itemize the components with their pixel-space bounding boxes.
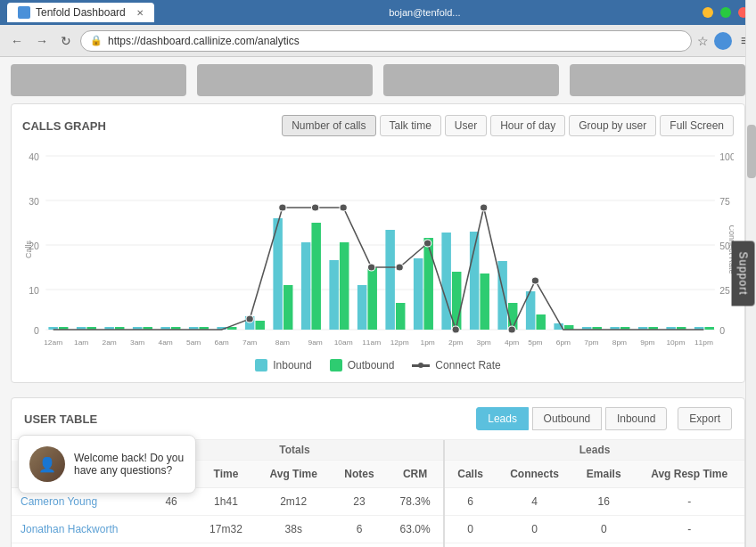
col-avg-resp-time: Avg Resp Time bbox=[634, 461, 744, 488]
row-emails: 0 bbox=[573, 516, 634, 543]
svg-point-71 bbox=[423, 240, 431, 247]
row-crm: 63.0% bbox=[387, 516, 444, 543]
svg-text:100: 100 bbox=[719, 152, 734, 162]
chart-btn-group: Number of calls Talk time User Hour of d… bbox=[282, 115, 734, 136]
svg-rect-37 bbox=[329, 260, 339, 330]
chat-popup: 👤 Welcome back! Do you have any question… bbox=[18, 435, 196, 494]
svg-rect-48 bbox=[480, 274, 489, 330]
scrollbar-thumb[interactable] bbox=[747, 125, 756, 178]
user-btn[interactable]: User bbox=[445, 115, 487, 136]
outbound-tab[interactable]: Outbound bbox=[532, 407, 603, 430]
number-of-calls-btn[interactable]: Number of calls bbox=[282, 115, 375, 136]
svg-point-74 bbox=[508, 326, 515, 333]
svg-text:0: 0 bbox=[34, 326, 39, 336]
svg-text:2pm: 2pm bbox=[448, 339, 463, 347]
calls-graph-section: CALLS GRAPH Number of calls Talk time Us… bbox=[11, 103, 745, 383]
outbound-color bbox=[330, 359, 342, 371]
svg-text:10pm: 10pm bbox=[666, 339, 685, 347]
svg-text:9am: 9am bbox=[308, 339, 322, 347]
row-avg-resp-time: - bbox=[634, 488, 744, 516]
svg-text:8pm: 8pm bbox=[612, 339, 627, 347]
svg-point-66 bbox=[279, 204, 286, 211]
svg-text:30: 30 bbox=[29, 197, 39, 207]
outbound-label: Outbound bbox=[348, 359, 395, 371]
svg-rect-40 bbox=[367, 267, 377, 330]
row-notes: 23 bbox=[332, 488, 387, 516]
legend-inbound: Inbound bbox=[255, 359, 311, 371]
svg-text:6pm: 6pm bbox=[556, 339, 571, 347]
stat-card-2 bbox=[197, 64, 373, 96]
svg-text:3am: 3am bbox=[130, 339, 144, 347]
svg-text:1am: 1am bbox=[74, 339, 88, 347]
user-link[interactable]: Cameron Young bbox=[21, 495, 97, 508]
maximize-btn[interactable] bbox=[720, 7, 731, 18]
svg-text:6am: 6am bbox=[214, 339, 228, 347]
back-button[interactable]: ← bbox=[7, 32, 27, 50]
legend-connect-rate: Connect Rate bbox=[412, 359, 500, 371]
row-time: 3m51 bbox=[196, 543, 255, 548]
chat-message: Welcome back! Do you have any questions? bbox=[74, 452, 185, 477]
svg-text:2am: 2am bbox=[102, 339, 116, 347]
hour-of-day-btn[interactable]: Hour of day bbox=[490, 115, 565, 136]
svg-text:8am: 8am bbox=[275, 339, 290, 347]
user-link[interactable]: Jonathan Hackworth bbox=[21, 523, 118, 535]
svg-text:75: 75 bbox=[719, 197, 730, 207]
row-leads-calls: 0 bbox=[444, 543, 496, 548]
col-leads-calls: Calls bbox=[444, 461, 496, 488]
svg-text:40: 40 bbox=[29, 152, 39, 162]
tab-close-icon[interactable]: ✕ bbox=[136, 8, 144, 18]
row-avg-resp-time: - bbox=[634, 543, 744, 548]
row-crm: 78.3% bbox=[387, 488, 444, 516]
row-avg-time: 38s bbox=[255, 516, 331, 543]
svg-point-73 bbox=[480, 204, 487, 211]
export-btn[interactable]: Export bbox=[678, 407, 732, 430]
row-crm: 84.0% bbox=[387, 543, 444, 548]
bookmark-icon[interactable]: ☆ bbox=[697, 34, 709, 48]
group-by-user-btn[interactable]: Group by user bbox=[569, 115, 656, 136]
row-leads-calls: 6 bbox=[444, 488, 496, 516]
full-screen-btn[interactable]: Full Screen bbox=[660, 115, 734, 136]
row-name[interactable] bbox=[12, 543, 146, 548]
col-notes: Notes bbox=[332, 461, 387, 488]
svg-rect-50 bbox=[508, 303, 518, 330]
support-button[interactable]: Support bbox=[731, 241, 754, 306]
svg-rect-41 bbox=[385, 230, 395, 330]
svg-rect-39 bbox=[357, 285, 367, 330]
avatar-inner: 👤 bbox=[29, 446, 65, 482]
col-connects: Connects bbox=[496, 461, 573, 488]
row-emails: 0 bbox=[573, 543, 634, 548]
user-table-title: USER TABLE bbox=[24, 412, 469, 426]
col-emails: Emails bbox=[573, 461, 634, 488]
row-name[interactable]: Jonathan Hackworth bbox=[12, 516, 146, 543]
table-tab-group: Leads Outbound Inbound bbox=[476, 407, 667, 430]
address-bar[interactable]: 🔒 https://dashboard.callinize.com/analyt… bbox=[80, 30, 692, 52]
row-avg-resp-time: - bbox=[634, 516, 744, 543]
svg-text:11am: 11am bbox=[362, 339, 381, 347]
browser-tab[interactable]: Tenfold Dashboard ✕ bbox=[7, 3, 154, 22]
row-emails: 16 bbox=[573, 488, 634, 516]
reload-button[interactable]: ↻ bbox=[57, 32, 75, 50]
inbound-color bbox=[255, 359, 267, 371]
minimize-btn[interactable] bbox=[703, 7, 713, 18]
talk-time-btn[interactable]: Talk time bbox=[380, 115, 441, 136]
col-time: Time bbox=[196, 461, 255, 488]
svg-text:1pm: 1pm bbox=[420, 339, 434, 347]
inbound-tab[interactable]: Inbound bbox=[605, 407, 667, 430]
svg-text:9pm: 9pm bbox=[640, 339, 654, 347]
row-calls bbox=[146, 543, 197, 548]
row-calls bbox=[146, 516, 197, 543]
legend-outbound: Outbound bbox=[330, 359, 395, 371]
svg-text:4pm: 4pm bbox=[505, 339, 519, 347]
svg-text:10: 10 bbox=[29, 286, 39, 296]
row-avg-time: 2m12 bbox=[255, 488, 331, 516]
user-email: bojan@tenfold... bbox=[389, 7, 460, 18]
svg-rect-42 bbox=[396, 303, 406, 330]
svg-text:5pm: 5pm bbox=[528, 339, 542, 347]
chart-svg: 40 30 20 10 0 Calls 100 75 50 25 0 Conne… bbox=[22, 147, 734, 352]
leads-tab[interactable]: Leads bbox=[476, 407, 529, 430]
chat-avatar: 👤 bbox=[29, 446, 65, 482]
svg-text:12am: 12am bbox=[44, 339, 62, 347]
svg-rect-52 bbox=[536, 314, 546, 330]
row-notes: 6 bbox=[332, 516, 387, 543]
forward-button[interactable]: → bbox=[32, 32, 52, 50]
